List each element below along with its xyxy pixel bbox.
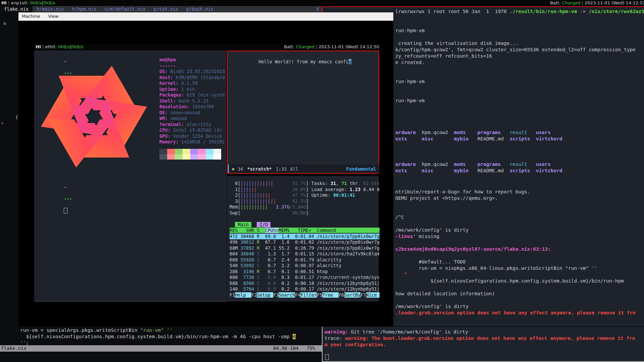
vm-terminal-neofetch[interactable]: ~ ››› flex xyxy=(34,51,227,302)
tab-flake.nix[interactable]: flake.nix xyxy=(0,6,33,12)
qemu-window[interactable]: Machine View HI | eth0: 0kB/s|0kB/s Batt… xyxy=(18,12,393,326)
terminal-right-bottom[interactable]: warning: Git tree '/home/me/work/config'… xyxy=(322,327,644,362)
palette-swatch xyxy=(206,154,213,160)
statusline-percent: 75% xyxy=(307,345,322,352)
vm-htop-window[interactable]: 0[|||||||||||| 51.7%] Tasks: 31, 71 thr,… xyxy=(227,176,379,301)
terminal-line: 808 7720 S 0.0 0.3 0:01.17 /run/current-… xyxy=(230,275,380,281)
shell-prompt: ~ ››› flex xyxy=(37,53,75,59)
terminal-line: 0[|||||||||||| 51.7%] Tasks: 31, 71 thr,… xyxy=(230,181,380,187)
terminal-line: osts misc mybin README.md scripts virtch… xyxy=(395,168,644,174)
neofetch-row: Memory: 1420MiB / 3931Mi xyxy=(159,139,225,145)
vm-bar-right: Batt: Charged | 2023-11-01 (Wed) 14:12:5… xyxy=(284,44,379,50)
terminal-palette xyxy=(159,149,221,160)
neofetch-row: DE: none+xmonad xyxy=(159,110,225,116)
terminal-line: ardware hpm.qcow2 mods programs result u… xyxy=(395,129,644,136)
terminal-line: zy_refcounts=off refcount_bits=16 xyxy=(395,53,644,59)
host-status-bar: HI | enp1s0: 0kB/s|0kB/s Batt: Charged |… xyxy=(0,0,644,6)
neofetch-row: Host: KVM/QEMU (Standard xyxy=(159,75,225,81)
terminal-line xyxy=(325,348,635,354)
terminal-line: 688 6560 S 0.0 0.2 0:00.18 /nix/store/12… xyxy=(230,281,380,287)
menu-machine[interactable]: Machine xyxy=(18,12,43,20)
palette-swatch xyxy=(206,149,213,154)
tab-u/m/default.nix[interactable]: u/m/default.nix xyxy=(101,6,150,12)
palette-swatch xyxy=(213,154,221,160)
terminal-line xyxy=(395,284,636,291)
terminal-output: ntribute/report-a-bug> for how to report… xyxy=(395,189,636,316)
neofetch-info: me@hpm ------ OS: NixOS 23.05.20231023Ho… xyxy=(159,57,225,145)
terminal-output: lrwxrwxrwx 1 root root 56 Jan 1 1970 ./r… xyxy=(395,8,644,174)
vm-status-bar: HI | eth0: 0kB/s|0kB/s Batt: Charged | 2… xyxy=(34,44,381,50)
terminal-line xyxy=(395,155,644,161)
terminal-line: ${self.nixosConfigurations.hpm.config.sy… xyxy=(8,334,296,340)
emacs-buffer-text: Hello World!! from my emacs config xyxy=(231,53,351,59)
terminal-line: /^C xyxy=(395,214,636,221)
terminal-line: 140 5764 S 0.0 0.2 0:00.17 /nix/store/12… xyxy=(230,286,380,292)
terminal-line: ^ xyxy=(395,272,636,278)
terminal-line: osts misc mybin README.md scripts virtch… xyxy=(395,136,644,142)
terminal-line xyxy=(395,110,644,117)
emacs-modeline: ● 34 *scratch* 1:33 All Fundamental xyxy=(228,165,380,173)
terminal-line xyxy=(395,72,644,78)
stray-glyph-o: o xyxy=(3,21,6,26)
menu-view[interactable]: View xyxy=(45,12,62,20)
emacs-major-mode: Fundamental xyxy=(346,166,376,172)
tab-h/hpm.nix[interactable]: h/hpm.nix xyxy=(68,6,100,12)
neofetch-row: OS: NixOS 23.05.20231023 xyxy=(159,69,225,75)
terminal-line: F1Help F2Setup F3SearchF4FilterF5Tree F6… xyxy=(230,292,380,298)
palette-swatch xyxy=(159,149,167,154)
terminal-line: Main I/O xyxy=(230,222,380,228)
vm-display[interactable]: HI | eth0: 0kB/s|0kB/s Batt: Charged | 2… xyxy=(34,44,378,301)
neofetch-row: Shell: bash 5.2.15 xyxy=(159,98,225,104)
terminal-line: 1[|||||| 26.0%] Load average: 1.23 0.44 … xyxy=(230,187,380,193)
palette-swatch xyxy=(190,149,198,154)
terminal-line: c2bcsm4xmj0vd0capi9q2yc0yzl87-source/fla… xyxy=(395,246,636,252)
neofetch-row: Uptime: 1 min xyxy=(159,86,225,93)
terminal-line: #default... TODO xyxy=(395,259,636,265)
tab-p/bash.nix[interactable]: p/bash.nix xyxy=(182,6,217,12)
terminal-line xyxy=(395,85,644,91)
terminal-line xyxy=(395,117,644,123)
host-bar-right: Batt: Charged | 2023-11-01 (Wed) 14:12:5… xyxy=(550,0,644,6)
terminal-line: creating the virtualisation disk image..… xyxy=(395,40,644,47)
terminal-line: m your configuration. xyxy=(325,342,635,348)
emacs-cursor: g xyxy=(349,59,351,64)
terminal-line: 804 36848 S 1.3 1.7 0:01.15 /nix/store/h… xyxy=(230,251,380,257)
terminal-line: trace: warning: The boot.loader.grub.ver… xyxy=(325,335,635,342)
palette-swatch xyxy=(167,154,175,160)
terminal-line: 660 55920 S 0.7 2.4 0:01.79 alacritty xyxy=(230,257,380,263)
htop-output: 0[|||||||||||| 51.7%] Tasks: 31, 71 thr,… xyxy=(230,181,380,298)
qemu-menubar: Machine View xyxy=(18,12,393,21)
terminal-line: ardware hpm.qcow2 mods programs result u… xyxy=(395,161,644,168)
terminal-line: run-hpm-vm xyxy=(395,98,644,104)
palette-swatch xyxy=(159,154,167,160)
modeline-dot-icon: ● xyxy=(232,167,234,171)
terminal-line: RES SHR S CPU%▽MEM% TIME+ Command xyxy=(230,228,380,234)
tabline-close-button[interactable]: X xyxy=(316,6,322,12)
terminal-line xyxy=(395,297,636,303)
neofetch-row: Kernel: 6.1.59 xyxy=(159,80,225,86)
neofetch-row: Terminal: alacritty xyxy=(159,122,225,128)
palette-swatch xyxy=(175,154,183,160)
palette-swatch xyxy=(198,149,206,154)
terminal-line xyxy=(395,148,644,155)
terminal-line: QEMU project at <https://qemu.org>. xyxy=(395,195,636,201)
terminal-line xyxy=(395,34,644,40)
terminal-line xyxy=(395,66,644,72)
terminal-line: 2[||||||||||| 47.7%] Uptime: 00:01:41 xyxy=(230,192,380,198)
tab-h/main.nix[interactable]: h/main.nix xyxy=(33,6,68,12)
terminal-line xyxy=(395,208,636,214)
vm-emacs-window[interactable]: Hello World!! from my emacs config ● 34 … xyxy=(227,51,379,174)
tab-p/ssh.nix[interactable]: p/ssh.nix xyxy=(150,6,182,12)
terminal-line: e created. xyxy=(395,59,644,66)
terminal-line xyxy=(395,104,644,110)
terminal-line: 496 30612 R 67.7 1.6 0:01.02 /nix/store/… xyxy=(230,239,380,245)
terminal-output: warning: Git tree '/home/me/work/config'… xyxy=(325,329,635,354)
statusline-ruler: 84,96-104 xyxy=(273,345,307,352)
terminal-line: run-hpm-vm xyxy=(395,27,644,34)
vm-bar-left: HI | eth0: 0kB/s|0kB/s xyxy=(36,44,84,50)
terminal-line: 540 53992 S 0.7 2.2 0:00.97 alacritty xyxy=(230,263,380,269)
vim-buffer[interactable]: run-vm = specialArgs.pkgs.writeScriptBin… xyxy=(0,326,322,345)
terminal-cursor xyxy=(64,208,67,214)
terminal-line xyxy=(395,240,636,246)
desktop: HI | enp1s0: 0kB/s|0kB/s Batt: Charged |… xyxy=(0,0,644,362)
